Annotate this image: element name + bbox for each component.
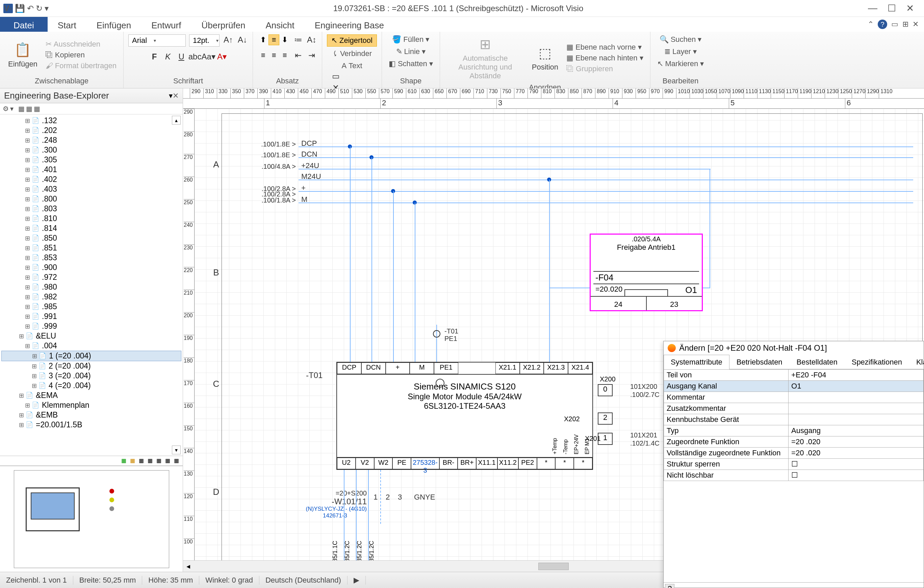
tab-review[interactable]: Überprüfen xyxy=(191,17,255,32)
property-row[interactable]: Vollständige zugeordnete Funktion=20 .02… xyxy=(664,448,924,459)
property-row[interactable]: TypAusgang xyxy=(664,425,924,436)
status-language[interactable]: Deutsch (Deutschland) xyxy=(259,576,348,585)
minimize-icon[interactable]: — xyxy=(868,3,878,14)
strike-button[interactable]: abc xyxy=(190,51,200,62)
toolbar-icon[interactable]: ▦ xyxy=(34,105,40,113)
tree-item[interactable]: ⊞📄.800 xyxy=(2,194,182,204)
tab-engineering-base[interactable]: Engineering Base xyxy=(305,17,394,32)
tool-icon[interactable]: ▦ xyxy=(130,457,137,464)
font-color-button[interactable]: A▾ xyxy=(216,51,227,62)
case-button[interactable]: Aa▾ xyxy=(203,51,214,62)
tab-insert[interactable]: Einfügen xyxy=(86,17,142,32)
maximize-icon[interactable]: ☐ xyxy=(888,3,896,14)
toolbar-icon[interactable]: ⚙ xyxy=(3,105,9,113)
window-restore-icon[interactable]: ▭ xyxy=(891,20,898,29)
align-bottom-icon[interactable]: ⬇ xyxy=(279,35,290,45)
tab-view[interactable]: Ansicht xyxy=(256,17,305,32)
tab-file[interactable]: Datei xyxy=(0,17,48,32)
explorer-dropdown-icon[interactable]: ▾ xyxy=(169,91,173,100)
connector-tool-button[interactable]: ⤹Verbinder xyxy=(330,49,374,59)
text-tool-button[interactable]: AText xyxy=(340,61,364,71)
toolbar-icon[interactable]: ▦ xyxy=(26,105,32,113)
send-backward-button[interactable]: ▦Ebene nach hinten▾ xyxy=(564,53,645,63)
format-painter-button[interactable]: 🖌Format übertragen xyxy=(44,61,119,71)
find-button[interactable]: 🔍Suchen▾ xyxy=(658,35,704,44)
tree-item[interactable]: ⊞📄.982 xyxy=(2,292,182,302)
tree-item[interactable]: ⊞📄.202 xyxy=(2,125,182,135)
close-child-icon[interactable]: ✕ xyxy=(912,20,919,29)
property-row[interactable]: Zusatzkommentar xyxy=(664,403,924,414)
tool-icon[interactable]: ▦ xyxy=(156,457,163,464)
line-button[interactable]: ✎Linie▾ xyxy=(394,46,427,57)
property-row[interactable]: Zugeordnete Funktion=20 .020 xyxy=(664,436,924,448)
layer-button[interactable]: ≣Layer▾ xyxy=(662,46,699,57)
macro-icon[interactable]: ▶ xyxy=(348,576,366,585)
tree-item[interactable]: ⊞📄&ELU xyxy=(2,331,182,341)
orientation-icon[interactable]: A↕ xyxy=(306,35,317,45)
property-row[interactable]: Kennbuchstabe Gerät xyxy=(664,414,924,425)
italic-button[interactable]: K xyxy=(162,51,173,62)
tab-bestelldaten[interactable]: Bestelldaten xyxy=(790,355,845,369)
tree-item[interactable]: ⊞📄&EMB xyxy=(2,410,182,420)
tree-item[interactable]: ⊞📄2 (=20 .004) xyxy=(2,361,182,371)
tool-icon[interactable]: ▦ xyxy=(121,457,128,464)
dialog-titlebar[interactable]: Ändern [=20 +E20 020 Not-Halt -F04 O1] xyxy=(663,341,924,355)
scroll-down-icon[interactable]: ▾ xyxy=(172,446,181,455)
property-row[interactable]: Nicht löschbar☐ xyxy=(664,470,924,481)
bring-forward-button[interactable]: ▦Ebene nach vorne▾ xyxy=(564,42,645,52)
underline-button[interactable]: U xyxy=(176,51,187,62)
paste-button[interactable]: 📋 Einfügen xyxy=(5,40,41,70)
bold-button[interactable]: F xyxy=(149,51,160,62)
dialog-help-icon[interactable]: ? xyxy=(665,584,675,588)
undo-icon[interactable]: ↶ xyxy=(27,4,34,13)
outdent-icon[interactable]: ⇤ xyxy=(293,50,304,61)
tree-item[interactable]: ⊞📄.972 xyxy=(2,272,182,282)
group-button[interactable]: ⿻Gruppieren xyxy=(564,64,645,74)
tree-item[interactable]: ⊞📄.305 xyxy=(2,155,182,165)
tab-spezifikationen[interactable]: Spezifikationen xyxy=(845,355,909,369)
align-left-icon[interactable]: ≡ xyxy=(258,50,269,61)
align-top-icon[interactable]: ⬆ xyxy=(258,35,269,45)
decrease-font-icon[interactable]: A↓ xyxy=(237,35,248,45)
increase-font-icon[interactable]: A↑ xyxy=(223,35,234,45)
tree-item[interactable]: ⊞📄4 (=20 .004) xyxy=(2,381,182,390)
tree-item[interactable]: ⊞📄Klemmenplan xyxy=(2,400,182,410)
tab-systemattribute[interactable]: Systemattribute xyxy=(663,355,729,369)
explorer-tree[interactable]: ▴ ▾ ⊞📄.132⊞📄.202⊞📄.248⊞📄.300⊞📄.305⊞📄.401… xyxy=(0,114,183,456)
tool-icon[interactable]: ▦ xyxy=(165,457,172,464)
toolbar-icon[interactable]: ▦ xyxy=(18,105,25,113)
tree-item[interactable]: ⊞📄.991 xyxy=(2,311,182,321)
tool-icon[interactable]: ▦ xyxy=(174,457,181,464)
tree-item[interactable]: ⊞📄.132 xyxy=(2,116,182,125)
tool-icon[interactable]: ▦ xyxy=(148,457,154,464)
indent-icon[interactable]: ⇥ xyxy=(306,50,317,61)
align-right-icon[interactable]: ≡ xyxy=(279,50,290,61)
explorer-close-icon[interactable]: ✕ xyxy=(173,91,179,100)
select-button[interactable]: ↖Markieren▾ xyxy=(655,59,706,69)
property-row[interactable]: Teil von+E20 -F04 xyxy=(664,370,924,381)
auto-align-button[interactable]: ⊞ Automatische Ausrichtung und Abstände xyxy=(445,35,526,82)
fill-button[interactable]: 🪣Füllen▾ xyxy=(390,35,431,44)
rectangle-tool-icon[interactable]: ▭ xyxy=(330,71,341,82)
align-center-icon[interactable]: ≡ xyxy=(269,50,279,61)
property-row[interactable]: Ausgang Kanal xyxy=(664,381,924,392)
tree-item[interactable]: ⊞📄.851 xyxy=(2,243,182,253)
align-middle-icon[interactable]: ≡ xyxy=(269,35,279,45)
tree-item[interactable]: ⊞📄.850 xyxy=(2,233,182,243)
tree-item[interactable]: ⊞📄3 (=20 .004) xyxy=(2,371,182,381)
qat-dropdown-icon[interactable]: ▾ xyxy=(45,4,49,13)
tab-betriebsdaten[interactable]: Betriebsdaten xyxy=(729,355,790,369)
save-icon[interactable]: 💾 xyxy=(15,4,25,13)
toolbar-icon[interactable]: ▾ xyxy=(10,105,13,113)
ribbon-minimize-icon[interactable]: ⌃ xyxy=(868,20,874,29)
tree-item[interactable]: ⊞📄.248 xyxy=(2,135,182,145)
properties-table[interactable]: Teil von+E20 -F04Ausgang KanalKommentarZ… xyxy=(663,369,924,481)
position-button[interactable]: ⬚ Position xyxy=(528,43,562,73)
tab-design[interactable]: Entwurf xyxy=(141,17,191,32)
tree-item[interactable]: ⊞📄.853 xyxy=(2,253,182,263)
help-icon[interactable]: ? xyxy=(878,20,887,29)
tree-item[interactable]: ⊞📄.401 xyxy=(2,165,182,175)
sinamics-block[interactable]: DCP DCN + M PE1 X21.1 X21.2 X21.3 X21.4 … xyxy=(337,362,593,470)
font-name-combo[interactable]: Arial xyxy=(128,35,186,46)
tree-item[interactable]: ⊞📄=20.001/1.5B xyxy=(2,420,182,430)
